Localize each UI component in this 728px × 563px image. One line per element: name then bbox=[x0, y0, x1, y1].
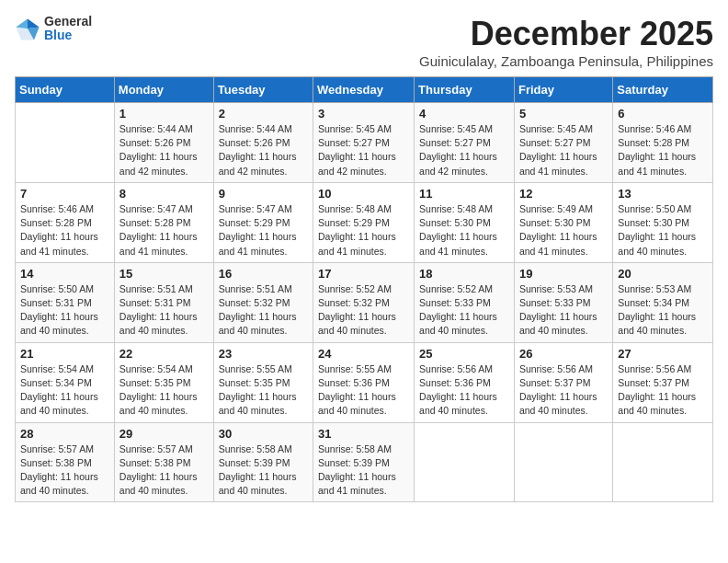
day-cell: 20Sunrise: 5:53 AM Sunset: 5:34 PM Dayli… bbox=[613, 262, 713, 342]
day-detail: Sunrise: 5:49 AM Sunset: 5:30 PM Dayligh… bbox=[519, 202, 608, 259]
day-detail: Sunrise: 5:44 AM Sunset: 5:26 PM Dayligh… bbox=[219, 122, 308, 178]
day-cell: 22Sunrise: 5:54 AM Sunset: 5:35 PM Dayli… bbox=[114, 342, 213, 422]
day-detail: Sunrise: 5:54 AM Sunset: 5:35 PM Dayligh… bbox=[119, 362, 209, 419]
day-cell: 23Sunrise: 5:55 AM Sunset: 5:35 PM Dayli… bbox=[213, 342, 313, 422]
day-number: 6 bbox=[618, 107, 708, 121]
day-detail: Sunrise: 5:53 AM Sunset: 5:33 PM Dayligh… bbox=[519, 282, 608, 339]
day-detail: Sunrise: 5:55 AM Sunset: 5:35 PM Dayligh… bbox=[219, 362, 308, 419]
day-cell: 9Sunrise: 5:47 AM Sunset: 5:29 PM Daylig… bbox=[213, 182, 313, 262]
day-cell: 14Sunrise: 5:50 AM Sunset: 5:31 PM Dayli… bbox=[16, 262, 115, 342]
day-detail: Sunrise: 5:56 AM Sunset: 5:37 PM Dayligh… bbox=[519, 362, 608, 419]
day-cell: 26Sunrise: 5:56 AM Sunset: 5:37 PM Dayli… bbox=[514, 342, 612, 422]
day-cell: 5Sunrise: 5:45 AM Sunset: 5:27 PM Daylig… bbox=[514, 103, 612, 183]
day-number: 26 bbox=[519, 347, 608, 361]
day-number: 17 bbox=[318, 267, 409, 281]
day-cell: 6Sunrise: 5:46 AM Sunset: 5:28 PM Daylig… bbox=[613, 103, 713, 183]
day-number: 3 bbox=[318, 107, 409, 121]
calendar-table: SundayMondayTuesdayWednesdayThursdayFrid… bbox=[15, 76, 713, 502]
day-detail: Sunrise: 5:54 AM Sunset: 5:34 PM Dayligh… bbox=[20, 362, 109, 419]
day-number: 19 bbox=[519, 267, 608, 281]
day-cell: 29Sunrise: 5:57 AM Sunset: 5:38 PM Dayli… bbox=[114, 422, 213, 502]
day-detail: Sunrise: 5:47 AM Sunset: 5:29 PM Dayligh… bbox=[219, 202, 308, 259]
week-row: 1Sunrise: 5:44 AM Sunset: 5:26 PM Daylig… bbox=[16, 103, 713, 183]
day-cell: 21Sunrise: 5:54 AM Sunset: 5:34 PM Dayli… bbox=[16, 342, 115, 422]
day-cell: 24Sunrise: 5:55 AM Sunset: 5:36 PM Dayli… bbox=[313, 342, 415, 422]
day-number: 8 bbox=[119, 187, 209, 201]
day-number: 31 bbox=[318, 427, 409, 441]
logo-general: General bbox=[44, 15, 92, 29]
header-cell: Thursday bbox=[415, 77, 515, 103]
calendar-header: SundayMondayTuesdayWednesdayThursdayFrid… bbox=[16, 77, 713, 103]
day-number: 22 bbox=[119, 347, 209, 361]
week-row: 21Sunrise: 5:54 AM Sunset: 5:34 PM Dayli… bbox=[16, 342, 713, 422]
day-cell bbox=[415, 422, 515, 502]
day-detail: Sunrise: 5:50 AM Sunset: 5:30 PM Dayligh… bbox=[618, 202, 708, 259]
day-detail: Sunrise: 5:45 AM Sunset: 5:27 PM Dayligh… bbox=[519, 122, 608, 178]
day-cell: 28Sunrise: 5:57 AM Sunset: 5:38 PM Dayli… bbox=[16, 422, 115, 502]
day-cell: 11Sunrise: 5:48 AM Sunset: 5:30 PM Dayli… bbox=[415, 182, 515, 262]
subtitle: Guiniculalay, Zamboanga Peninsula, Phili… bbox=[419, 53, 713, 69]
day-detail: Sunrise: 5:48 AM Sunset: 5:29 PM Dayligh… bbox=[318, 202, 409, 259]
day-detail: Sunrise: 5:52 AM Sunset: 5:32 PM Dayligh… bbox=[318, 282, 409, 339]
day-number: 18 bbox=[419, 267, 509, 281]
day-cell: 8Sunrise: 5:47 AM Sunset: 5:28 PM Daylig… bbox=[114, 182, 213, 262]
day-number: 13 bbox=[618, 187, 708, 201]
title-block: December 2025 Guiniculalay, Zamboanga Pe… bbox=[419, 15, 713, 69]
day-cell: 10Sunrise: 5:48 AM Sunset: 5:29 PM Dayli… bbox=[313, 182, 415, 262]
day-number: 16 bbox=[219, 267, 308, 281]
day-detail: Sunrise: 5:58 AM Sunset: 5:39 PM Dayligh… bbox=[219, 442, 308, 499]
day-number: 2 bbox=[219, 107, 308, 121]
day-detail: Sunrise: 5:45 AM Sunset: 5:27 PM Dayligh… bbox=[318, 122, 409, 178]
header-cell: Friday bbox=[514, 77, 612, 103]
logo-blue: Blue bbox=[44, 29, 92, 42]
day-number: 4 bbox=[419, 107, 509, 121]
svg-marker-1 bbox=[28, 19, 40, 29]
header-cell: Tuesday bbox=[213, 77, 313, 103]
day-number: 9 bbox=[219, 187, 308, 201]
day-detail: Sunrise: 5:50 AM Sunset: 5:31 PM Dayligh… bbox=[20, 282, 109, 339]
day-number: 14 bbox=[20, 267, 109, 281]
day-number: 24 bbox=[318, 347, 409, 361]
week-row: 14Sunrise: 5:50 AM Sunset: 5:31 PM Dayli… bbox=[16, 262, 713, 342]
day-detail: Sunrise: 5:48 AM Sunset: 5:30 PM Dayligh… bbox=[419, 202, 509, 259]
day-number: 7 bbox=[20, 187, 109, 201]
logo: General Blue bbox=[15, 15, 92, 43]
day-cell: 4Sunrise: 5:45 AM Sunset: 5:27 PM Daylig… bbox=[415, 103, 515, 183]
page-header: General Blue December 2025 Guiniculalay,… bbox=[15, 15, 713, 69]
day-detail: Sunrise: 5:45 AM Sunset: 5:27 PM Dayligh… bbox=[419, 122, 509, 178]
week-row: 7Sunrise: 5:46 AM Sunset: 5:28 PM Daylig… bbox=[16, 182, 713, 262]
day-cell: 19Sunrise: 5:53 AM Sunset: 5:33 PM Dayli… bbox=[514, 262, 612, 342]
day-number: 10 bbox=[318, 187, 409, 201]
day-number: 29 bbox=[119, 427, 209, 441]
day-number: 21 bbox=[20, 347, 109, 361]
calendar-body: 1Sunrise: 5:44 AM Sunset: 5:26 PM Daylig… bbox=[16, 103, 713, 502]
day-cell: 27Sunrise: 5:56 AM Sunset: 5:37 PM Dayli… bbox=[613, 342, 713, 422]
day-number: 5 bbox=[519, 107, 608, 121]
day-cell: 7Sunrise: 5:46 AM Sunset: 5:28 PM Daylig… bbox=[16, 182, 115, 262]
logo-icon bbox=[15, 16, 40, 41]
logo-text: General Blue bbox=[44, 15, 92, 43]
day-cell bbox=[514, 422, 612, 502]
day-number: 28 bbox=[20, 427, 109, 441]
header-row: SundayMondayTuesdayWednesdayThursdayFrid… bbox=[16, 77, 713, 103]
day-cell bbox=[16, 103, 115, 183]
day-cell: 18Sunrise: 5:52 AM Sunset: 5:33 PM Dayli… bbox=[415, 262, 515, 342]
day-detail: Sunrise: 5:51 AM Sunset: 5:31 PM Dayligh… bbox=[119, 282, 209, 339]
header-cell: Wednesday bbox=[313, 77, 415, 103]
day-cell: 25Sunrise: 5:56 AM Sunset: 5:36 PM Dayli… bbox=[415, 342, 515, 422]
day-number: 1 bbox=[119, 107, 209, 121]
day-detail: Sunrise: 5:46 AM Sunset: 5:28 PM Dayligh… bbox=[20, 202, 109, 259]
day-cell: 16Sunrise: 5:51 AM Sunset: 5:32 PM Dayli… bbox=[213, 262, 313, 342]
day-detail: Sunrise: 5:56 AM Sunset: 5:37 PM Dayligh… bbox=[618, 362, 708, 419]
day-cell: 30Sunrise: 5:58 AM Sunset: 5:39 PM Dayli… bbox=[213, 422, 313, 502]
day-detail: Sunrise: 5:47 AM Sunset: 5:28 PM Dayligh… bbox=[119, 202, 209, 259]
week-row: 28Sunrise: 5:57 AM Sunset: 5:38 PM Dayli… bbox=[16, 422, 713, 502]
day-detail: Sunrise: 5:58 AM Sunset: 5:39 PM Dayligh… bbox=[318, 442, 409, 499]
day-cell: 3Sunrise: 5:45 AM Sunset: 5:27 PM Daylig… bbox=[313, 103, 415, 183]
day-number: 20 bbox=[618, 267, 708, 281]
header-cell: Sunday bbox=[16, 77, 115, 103]
day-number: 25 bbox=[419, 347, 509, 361]
day-number: 11 bbox=[419, 187, 509, 201]
day-cell: 12Sunrise: 5:49 AM Sunset: 5:30 PM Dayli… bbox=[514, 182, 612, 262]
day-detail: Sunrise: 5:53 AM Sunset: 5:34 PM Dayligh… bbox=[618, 282, 708, 339]
